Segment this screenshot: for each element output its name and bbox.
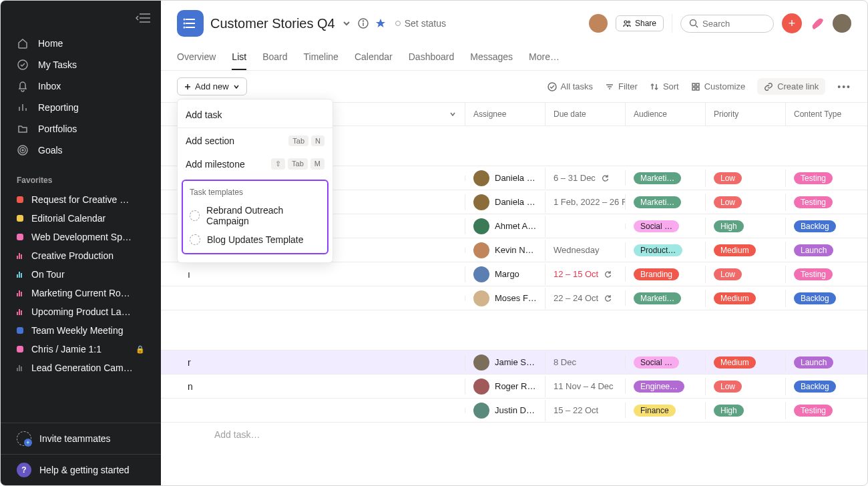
task-row[interactable]: Moses Fidel22 – 24 OctMarketi…MediumBack… — [161, 286, 867, 310]
audience-cell[interactable]: Marketi… — [626, 170, 706, 187]
content-type-cell[interactable]: Testing — [786, 194, 866, 211]
tab-calendar[interactable]: Calendar — [355, 46, 393, 70]
favorite-item[interactable]: Team Weekly Meeting — [1, 321, 161, 340]
tab-dashboard[interactable]: Dashboard — [409, 46, 455, 70]
favorite-item[interactable]: Lead Generation Cam… — [1, 358, 161, 377]
assignee-cell[interactable]: Ahmet Aslan — [465, 216, 546, 237]
assignee-cell[interactable]: Daniela Var… — [465, 192, 546, 213]
favorite-item[interactable]: Editorial Calendar — [1, 209, 161, 228]
priority-cell[interactable]: High — [706, 402, 786, 419]
filter-button[interactable]: Filter — [605, 81, 638, 91]
add-milestone-item[interactable]: Add milestone ⇧ Tab M — [178, 152, 333, 176]
set-status-button[interactable]: Set status — [395, 18, 446, 29]
due-date-cell[interactable]: 12 – 15 Oct — [546, 266, 626, 282]
invite-teammates-button[interactable]: Invite teammates — [1, 423, 161, 454]
search-input[interactable] — [702, 19, 763, 29]
task-row[interactable]: nRoger Ray…11 Nov – 4 DecEnginee…LowBack… — [161, 375, 867, 399]
task-name-cell[interactable] — [161, 296, 465, 301]
tab-messages[interactable]: Messages — [470, 46, 513, 70]
due-date-cell[interactable]: 6 – 31 Dec — [546, 170, 626, 186]
global-add-button[interactable]: + — [782, 13, 802, 33]
favorite-item[interactable]: Upcoming Product La… — [1, 302, 161, 321]
favorite-item[interactable]: Chris / Jamie 1:1🔒 — [1, 340, 161, 358]
priority-cell[interactable]: Low — [706, 266, 786, 283]
content-type-cell[interactable]: Backlog — [786, 378, 866, 395]
create-link-button[interactable]: Create link — [757, 78, 825, 95]
content-type-cell[interactable]: Testing — [786, 170, 866, 187]
assignee-cell[interactable]: Roger Ray… — [465, 376, 546, 397]
column-due-date[interactable]: Due date — [546, 103, 626, 126]
star-icon[interactable] — [375, 18, 386, 29]
content-type-cell[interactable]: Backlog — [786, 290, 866, 307]
task-name-cell[interactable]: r — [161, 354, 465, 371]
audience-cell[interactable]: Marketi… — [626, 194, 706, 211]
due-date-cell[interactable]: 15 – 22 Oct — [546, 403, 626, 418]
priority-cell[interactable]: Medium — [706, 290, 786, 307]
toolbar-more-button[interactable]: ••• — [837, 81, 851, 92]
audience-cell[interactable]: Social … — [626, 218, 706, 235]
task-row[interactable]: rJamie Stap…8 DecSocial …MediumLaunch — [161, 350, 867, 375]
nav-reporting[interactable]: Reporting — [1, 97, 161, 118]
audience-cell[interactable]: Marketi… — [626, 290, 706, 307]
sidebar-collapse-button[interactable] — [136, 13, 150, 23]
priority-cell[interactable]: Low — [706, 194, 786, 211]
due-date-cell[interactable]: 1 Feb, 2022 – 26 Feb, 2022 — [546, 194, 626, 210]
search-box[interactable] — [680, 15, 774, 33]
assignee-cell[interactable]: Kevin New… — [465, 240, 546, 261]
content-type-cell[interactable]: Launch — [786, 242, 866, 259]
assignee-cell[interactable]: Justin Dean — [465, 400, 546, 421]
priority-cell[interactable]: Medium — [706, 242, 786, 259]
column-audience[interactable]: Audience — [626, 103, 706, 126]
template-blog-updates[interactable]: Blog Updates Template — [183, 230, 327, 249]
add-section-item[interactable]: Add section Tab N — [178, 130, 333, 152]
due-date-cell[interactable]: 11 Nov – 4 Dec — [546, 379, 626, 394]
priority-cell[interactable]: High — [706, 218, 786, 235]
priority-cell[interactable]: Low — [706, 170, 786, 187]
column-assignee[interactable]: Assignee — [465, 103, 546, 126]
due-date-cell[interactable]: 8 Dec — [546, 354, 626, 370]
project-caret-icon[interactable] — [342, 19, 351, 28]
nav-inbox[interactable]: Inbox — [1, 75, 161, 97]
template-rebrand-outreach[interactable]: Rebrand Outreach Campaign — [183, 201, 327, 230]
assignee-cell[interactable]: Jamie Stap… — [465, 352, 546, 373]
share-button[interactable]: Share — [616, 15, 664, 31]
column-content-type[interactable]: Content Type — [786, 103, 866, 126]
customize-button[interactable]: Customize — [691, 81, 745, 91]
nav-my-tasks[interactable]: My Tasks — [1, 54, 161, 75]
content-type-cell[interactable]: Launch — [786, 354, 866, 371]
assignee-cell[interactable]: Margo — [465, 264, 546, 285]
tab-overview[interactable]: Overview — [177, 46, 216, 70]
assignee-cell[interactable]: Daniela Var… — [465, 168, 546, 189]
assignee-cell[interactable]: Moses Fidel — [465, 288, 546, 309]
tab-more[interactable]: More… — [529, 46, 560, 70]
tab-board[interactable]: Board — [262, 46, 287, 70]
audience-cell[interactable]: Product… — [626, 242, 706, 259]
sort-button[interactable]: Sort — [650, 81, 679, 91]
content-type-cell[interactable]: Backlog — [786, 218, 866, 235]
info-icon[interactable] — [358, 18, 369, 29]
task-name-cell[interactable] — [161, 408, 465, 413]
all-tasks-button[interactable]: All tasks — [548, 81, 593, 91]
add-task-item[interactable]: Add task — [178, 103, 333, 126]
content-type-cell[interactable]: Testing — [786, 266, 866, 283]
audience-cell[interactable]: Branding — [626, 266, 706, 283]
nav-portfolios[interactable]: Portfolios — [1, 118, 161, 140]
due-date-cell[interactable]: 22 – 24 Oct — [546, 290, 626, 306]
nav-goals[interactable]: Goals — [1, 140, 161, 161]
column-priority[interactable]: Priority — [706, 103, 786, 126]
due-date-cell[interactable] — [546, 224, 626, 229]
section-header-row[interactable] — [161, 310, 867, 350]
priority-cell[interactable]: Low — [706, 378, 786, 395]
task-name-cell[interactable]: n — [161, 379, 465, 395]
audience-cell[interactable]: Social … — [626, 354, 706, 371]
help-button[interactable]: ? Help & getting started — [1, 454, 161, 485]
nav-home[interactable]: Home — [1, 33, 161, 54]
favorite-item[interactable]: Marketing Current Ro… — [1, 284, 161, 302]
add-new-button[interactable]: Add new — [177, 77, 247, 95]
favorite-item[interactable]: Request for Creative … — [1, 190, 161, 209]
due-date-cell[interactable]: Wednesday — [546, 242, 626, 258]
favorite-item[interactable]: Web Development Sp… — [1, 228, 161, 246]
add-task-row[interactable]: Add task… — [161, 423, 867, 447]
favorite-item[interactable]: Creative Production — [1, 246, 161, 265]
task-name-cell[interactable]: ı — [161, 266, 465, 282]
